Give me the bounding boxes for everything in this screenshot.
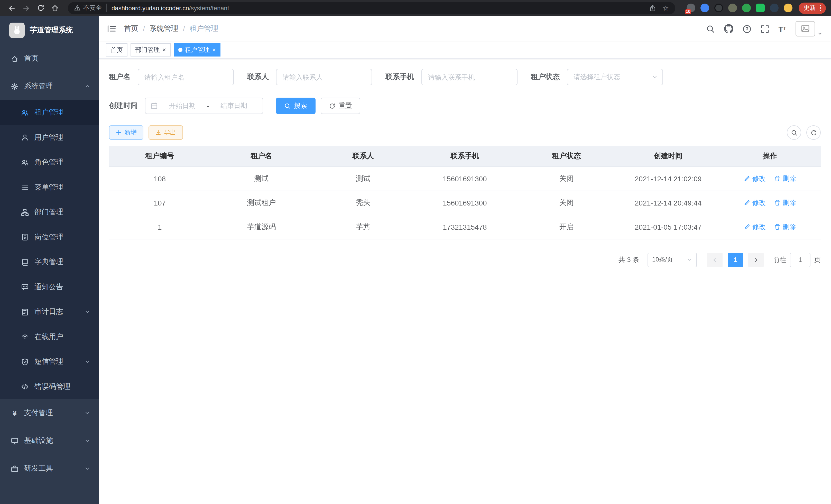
edit-link[interactable]: 修改 — [744, 174, 766, 183]
share-icon[interactable] — [649, 4, 656, 11]
tenant-name-label: 租户名 — [109, 72, 131, 82]
extension-icon-green[interactable] — [742, 4, 751, 12]
sidebar-item-sms[interactable]: 短信管理 — [0, 349, 99, 374]
bookmark-star-icon[interactable]: ☆ — [662, 4, 669, 11]
url-path: /system/tenant — [189, 4, 229, 11]
github-link[interactable] — [724, 24, 733, 33]
profile-avatar[interactable] — [783, 4, 792, 12]
browser-menu-icon[interactable] — [819, 5, 823, 11]
tenant-name-input[interactable] — [138, 69, 234, 85]
export-button[interactable]: 导出 — [148, 125, 183, 140]
tab-dept[interactable]: 部门管理 × — [131, 43, 171, 57]
sidebar-item-dept[interactable]: 部门管理 — [0, 200, 99, 225]
sidebar-item-auditlog[interactable]: 审计日志 — [0, 299, 99, 324]
browser-reload-button[interactable] — [34, 1, 47, 14]
delete-link[interactable]: 删除 — [774, 198, 796, 207]
end-date-placeholder: 结束日期 — [210, 101, 257, 111]
fullscreen-icon — [760, 24, 769, 33]
tab-home[interactable]: 首页 — [106, 43, 127, 57]
hamburger-fold-icon — [107, 24, 116, 33]
browser-forward-button[interactable] — [20, 1, 33, 14]
toggle-search-button[interactable] — [787, 125, 801, 140]
font-size-button[interactable]: TT — [778, 25, 786, 33]
add-button[interactable]: 新增 — [109, 125, 143, 140]
extension-icon-blue[interactable] — [700, 4, 709, 12]
home-icon — [51, 4, 59, 12]
browser-update-button[interactable]: 更新 — [798, 2, 826, 13]
app-root: 不安全 dashboard.yudao.iocoder.cn /system/t… — [0, 0, 831, 504]
sidebar-item-notice[interactable]: 通知公告 — [0, 275, 99, 299]
breadcrumb-system[interactable]: 系统管理 — [149, 24, 178, 33]
plus-icon — [116, 129, 122, 136]
browser-back-button[interactable] — [5, 1, 19, 14]
extension-icon-chat[interactable] — [756, 4, 765, 12]
reset-button[interactable]: 重置 — [321, 98, 360, 114]
sidebar-toggle[interactable] — [107, 24, 116, 33]
sidebar-item-errcode[interactable]: 错误码管理 — [0, 374, 99, 399]
user-icon — [21, 134, 29, 142]
sidebar-item-menu[interactable]: 菜单管理 — [0, 175, 99, 200]
browser-home-button[interactable] — [48, 1, 62, 14]
search-form-row-1: 租户名 联系人 联系手机 租户状态 请选择租户状态 — [99, 59, 831, 85]
help-button[interactable] — [742, 24, 751, 33]
sidebar-item-system[interactable]: 系统管理 — [0, 72, 99, 100]
sidebar-item-dict[interactable]: 字典管理 — [0, 250, 99, 275]
calendar-icon — [150, 102, 158, 110]
col-status: 租户状态 — [516, 146, 618, 167]
badge-icon — [21, 234, 29, 241]
close-icon[interactable]: × — [163, 47, 166, 53]
page-number-1[interactable]: 1 — [728, 253, 743, 267]
breadcrumb-home[interactable]: 首页 — [124, 24, 138, 33]
refresh-table-button[interactable] — [806, 125, 821, 140]
sidebar-item-home[interactable]: 首页 — [0, 45, 99, 72]
extension-icon-pin[interactable]: 10 — [686, 4, 695, 12]
phone-input[interactable] — [422, 69, 517, 85]
fullscreen-button[interactable] — [760, 24, 769, 33]
edit-link[interactable]: 修改 — [744, 198, 766, 207]
online-signal-icon — [21, 333, 29, 341]
address-bar[interactable]: 不安全 dashboard.yudao.iocoder.cn /system/t… — [68, 2, 675, 14]
extension-icon-dark[interactable] — [714, 4, 723, 12]
goto-label: 前往 — [773, 255, 786, 264]
header-search-button[interactable] — [706, 24, 715, 33]
security-label: 不安全 — [83, 4, 102, 12]
prev-page-button[interactable] — [707, 253, 722, 267]
logo[interactable]: 芋道管理系统 — [0, 16, 99, 45]
sidebar-item-user[interactable]: 用户管理 — [0, 125, 99, 150]
delete-link[interactable]: 删除 — [774, 174, 796, 183]
goto-page-input[interactable] — [790, 253, 810, 267]
sidebar-item-role[interactable]: 角色管理 — [0, 150, 99, 175]
page-size-select[interactable]: 10条/页 — [648, 253, 697, 267]
rabbit-logo-icon — [12, 25, 22, 35]
total-count: 共 3 条 — [619, 255, 639, 264]
extension-icon-olive[interactable] — [728, 4, 737, 12]
date-range-picker[interactable]: 开始日期 - 结束日期 — [145, 98, 263, 114]
tab-tenant[interactable]: 租户管理 × — [174, 43, 221, 57]
create-time-label: 创建时间 — [109, 101, 138, 111]
next-page-button[interactable] — [748, 253, 764, 267]
back-arrow-icon — [8, 4, 16, 12]
edit-pencil-icon — [744, 175, 750, 182]
security-status[interactable]: 不安全 — [74, 4, 107, 12]
sidebar-item-tenant[interactable]: 租户管理 — [0, 100, 99, 125]
table-row: 108 测试 测试 15601691300 关闭 2021-12-14 21:0… — [109, 167, 821, 190]
sidebar-item-devtool[interactable]: 研发工具 — [0, 455, 99, 482]
sidebar-item-post[interactable]: 岗位管理 — [0, 225, 99, 250]
search-button[interactable]: 搜索 — [276, 98, 316, 114]
status-text: 开启 — [516, 215, 618, 239]
user-menu[interactable] — [796, 21, 823, 36]
delete-link[interactable]: 删除 — [774, 222, 796, 232]
contact-input[interactable] — [276, 69, 372, 85]
close-icon[interactable]: × — [212, 47, 216, 53]
chevron-down-icon — [84, 438, 90, 444]
sidebar-item-pay[interactable]: ¥ 支付管理 — [0, 399, 99, 427]
sidebar-item-infra[interactable]: 基础设施 — [0, 427, 99, 455]
edit-link[interactable]: 修改 — [744, 222, 766, 232]
status-select[interactable]: 请选择租户状态 — [567, 69, 663, 85]
forward-arrow-icon — [22, 4, 30, 12]
page-unit: 页 — [814, 255, 821, 264]
extension-icon-puzzle[interactable] — [770, 4, 778, 12]
sidebar-item-online[interactable]: 在线用户 — [0, 324, 99, 349]
chevron-down-icon — [84, 410, 90, 416]
col-tenant-name: 租户名 — [211, 146, 312, 167]
